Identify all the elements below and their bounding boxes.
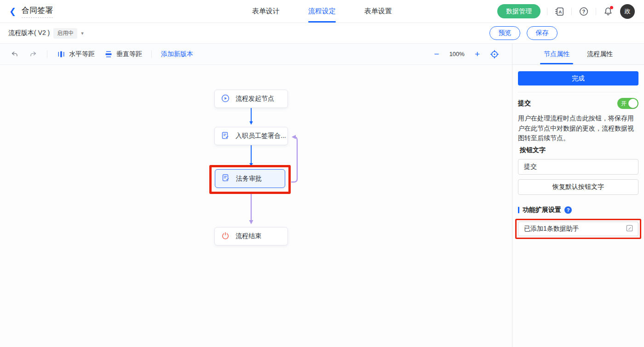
tab-process-properties[interactable]: 流程属性 <box>586 44 614 64</box>
flow-node-legal-approval[interactable]: 法务审批 <box>215 169 285 188</box>
sub-header: 流程版本( V2 ) 启用中 ▾ 预览 保存 <box>0 23 644 44</box>
tab-node-properties[interactable]: 节点属性 <box>543 44 570 64</box>
zoom-controls: − 100% + <box>434 50 502 59</box>
avatar[interactable]: 政 <box>620 4 635 19</box>
play-circle-icon <box>221 94 230 104</box>
vertical-spacing-button[interactable]: 垂直等距 <box>104 50 142 59</box>
submit-toggle[interactable]: 开 <box>617 98 638 109</box>
divider <box>518 92 638 92</box>
submit-label: 提交 <box>518 99 531 108</box>
header-right-actions: 数据管理 A ? 政 <box>497 4 635 19</box>
zoom-out-button[interactable]: − <box>434 50 439 58</box>
subheader-actions: 预览 保存 <box>489 26 558 40</box>
horizontal-spacing-icon <box>57 50 66 59</box>
node-label: 法务审批 <box>236 175 262 183</box>
notification-bell-icon[interactable] <box>603 6 614 17</box>
node-label: 流程结束 <box>236 232 261 240</box>
data-manage-button[interactable]: 数据管理 <box>497 4 540 18</box>
undo-icon[interactable] <box>10 50 19 59</box>
panel-tabs: 节点属性 流程属性 <box>512 44 644 65</box>
horizontal-spacing-button[interactable]: 水平等距 <box>57 50 95 59</box>
extension-section-title: 功能扩展设置 <box>523 206 561 214</box>
canvas-toolbar: 水平等距 垂直等距 添加新版本 − 100% + <box>0 44 512 65</box>
page-title[interactable]: 合同签署 <box>22 5 53 18</box>
help-icon[interactable]: ? <box>578 6 589 17</box>
extension-help-icon[interactable]: ? <box>564 206 572 214</box>
divider <box>151 51 152 58</box>
section-accent-bar <box>518 207 519 213</box>
svg-text:?: ? <box>582 8 585 14</box>
flow-canvas[interactable]: 流程发起节点 入职员工签署合... <box>0 65 512 347</box>
submit-description: 用户在处理流程时点击此按钮，将保存用户在此节点中对数据的更改，流程数据视图转至后… <box>518 114 638 143</box>
connector-legal-loopback-to-sign <box>291 137 297 182</box>
red-annotation-field: 已添加1条数据助手 <box>515 219 641 239</box>
canvas-column: 水平等距 垂直等距 添加新版本 − 100% + <box>0 44 512 347</box>
document-edit-icon <box>221 131 230 141</box>
add-version-link[interactable]: 添加新版本 <box>161 50 193 58</box>
toggle-knob <box>628 99 638 108</box>
toggle-state-label: 开 <box>621 100 627 108</box>
divider <box>47 51 47 58</box>
submit-toggle-row: 提交 开 <box>518 98 638 109</box>
divider <box>596 8 596 15</box>
power-icon <box>221 232 230 241</box>
properties-panel: 节点属性 流程属性 完成 提交 开 用户在处理流程时点击此按钮，将保存用户在此节… <box>512 44 644 347</box>
tab-form-settings[interactable]: 表单设置 <box>364 0 392 23</box>
notification-dot <box>610 6 613 9</box>
chevron-down-icon[interactable]: ▾ <box>81 30 84 36</box>
flow-node-end[interactable]: 流程结束 <box>214 227 288 245</box>
document-edit-icon <box>222 174 230 183</box>
version-label: 流程版本( V2 ) <box>8 29 50 37</box>
back-navigation[interactable]: ❮ 合同签署 <box>9 5 53 18</box>
zoom-level: 100% <box>449 51 465 57</box>
data-assistant-field[interactable]: 已添加1条数据助手 <box>518 222 638 236</box>
svg-text:A: A <box>558 9 562 14</box>
redo-icon[interactable] <box>29 50 38 59</box>
node-label: 入职员工签署合... <box>236 132 286 140</box>
header-tabs: 表单设计 流程设定 表单设置 <box>252 0 392 23</box>
preview-button[interactable]: 预览 <box>489 26 520 40</box>
panel-body: 完成 提交 开 用户在处理流程时点击此按钮，将保存用户在此节点中对数据的更改，流… <box>512 65 644 245</box>
zoom-in-button[interactable]: + <box>475 50 480 58</box>
flow-node-start[interactable]: 流程发起节点 <box>214 90 288 108</box>
status-badge: 启用中 <box>53 28 77 39</box>
divider <box>571 8 572 15</box>
edit-icon[interactable] <box>626 224 633 233</box>
vertical-spacing-icon <box>104 50 113 59</box>
data-assistant-value: 已添加1条数据助手 <box>524 225 579 233</box>
button-text-input[interactable] <box>518 159 638 175</box>
restore-default-button[interactable]: 恢复默认按钮文字 <box>518 179 638 195</box>
fit-center-icon[interactable] <box>490 50 499 59</box>
save-button[interactable]: 保存 <box>527 26 558 40</box>
flow-node-sign-contract[interactable]: 入职员工签署合... <box>214 127 288 145</box>
main-area: 水平等距 垂直等距 添加新版本 − 100% + <box>0 44 644 347</box>
back-chevron-icon[interactable]: ❮ <box>9 7 16 16</box>
button-text-label: 按钮文字 <box>520 146 638 154</box>
translate-icon[interactable]: A <box>554 6 565 17</box>
tab-form-design[interactable]: 表单设计 <box>252 0 280 23</box>
tab-process-settings[interactable]: 流程设定 <box>308 0 336 23</box>
version-selector[interactable]: 流程版本( V2 ) 启用中 ▾ <box>8 28 84 39</box>
node-label: 流程发起节点 <box>236 95 274 103</box>
extension-section-header: 功能扩展设置 ? <box>518 206 638 214</box>
complete-button[interactable]: 完成 <box>518 71 638 85</box>
divider <box>547 8 547 15</box>
top-header: ❮ 合同签署 表单设计 流程设定 表单设置 数据管理 A ? <box>0 0 644 23</box>
